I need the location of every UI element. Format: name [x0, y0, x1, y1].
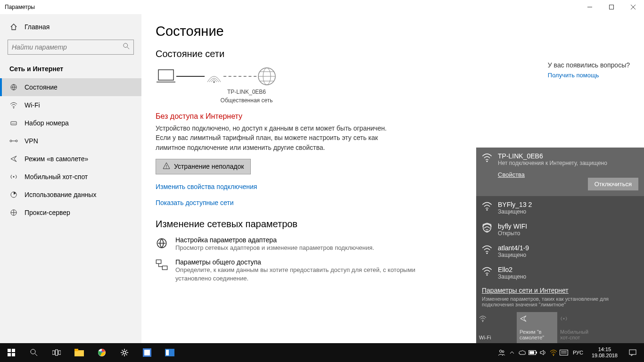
sidebar-item-data-usage[interactable]: Использование данных: [0, 186, 141, 204]
sidebar-item-wifi[interactable]: Wi-Fi: [0, 96, 141, 114]
svg-rect-39: [12, 353, 15, 356]
adapter-settings-link[interactable]: Настройка параметров адаптера Просмотр с…: [156, 236, 420, 252]
status-icon: [9, 83, 18, 91]
svg-point-32: [487, 253, 488, 254]
sidebar: Главная Сеть и Интернет Состояние Wi-Fi …: [0, 14, 141, 343]
network-item[interactable]: Ello2 Защищено: [476, 261, 644, 283]
network-settings-desc: Изменение параметров, таких как установл…: [482, 296, 638, 307]
dialup-icon: [9, 119, 18, 127]
svg-point-49: [123, 351, 126, 354]
svg-point-4: [124, 43, 128, 48]
tray-chevron-up-icon[interactable]: [508, 348, 516, 357]
tray-language[interactable]: РУС: [570, 343, 586, 362]
sidebar-item-status[interactable]: Состояние: [0, 78, 141, 96]
page-title: Состояние: [156, 24, 630, 39]
close-button[interactable]: [622, 0, 644, 14]
network-status: Защищено: [498, 273, 638, 280]
search-button[interactable]: [23, 343, 45, 362]
network-status: Нет подключения к Интернету, защищено: [498, 160, 638, 166]
task-view-button[interactable]: [45, 343, 68, 362]
sidebar-item-vpn[interactable]: VPN: [0, 132, 141, 150]
home-link[interactable]: Главная: [0, 19, 141, 35]
search-box[interactable]: [8, 40, 134, 55]
tray-network-icon[interactable]: [549, 348, 558, 357]
svg-rect-27: [156, 260, 161, 264]
svg-rect-36: [8, 349, 11, 352]
tray-battery-icon[interactable]: [528, 348, 537, 357]
network-settings-link[interactable]: Параметры сети и Интернет: [482, 287, 638, 294]
svg-point-54: [499, 350, 502, 353]
taskbar-chrome[interactable]: [91, 343, 113, 362]
troubleshoot-button[interactable]: Устранение неполадок: [156, 159, 251, 174]
airplane-icon: [9, 155, 18, 163]
svg-rect-18: [158, 70, 173, 80]
maximize-button[interactable]: [601, 0, 622, 14]
svg-point-30: [487, 209, 488, 211]
svg-rect-28: [162, 266, 167, 270]
taskbar-settings[interactable]: [113, 343, 136, 362]
svg-point-33: [487, 274, 488, 276]
data-icon: [9, 190, 18, 199]
tray-people-icon[interactable]: [497, 348, 506, 357]
search-input[interactable]: [12, 43, 123, 51]
network-properties-link[interactable]: Свойства: [498, 171, 525, 178]
sidebar-item-hotspot[interactable]: Мобильный хот-спот: [0, 168, 141, 186]
svg-rect-38: [8, 353, 11, 356]
network-status: Открыто: [498, 230, 638, 237]
tile-label: Мобильный хот-спот: [560, 329, 595, 340]
disconnect-button[interactable]: Отключиться: [588, 178, 638, 190]
diagram-network-type: Общественная сеть: [201, 97, 292, 104]
network-item-selected[interactable]: TP-LINK_0EB6 Нет подключения к Интернету…: [476, 148, 644, 171]
wifi-icon: [9, 101, 18, 109]
minimize-button[interactable]: [579, 0, 601, 14]
network-item[interactable]: BYFly_13 2 Защищено: [476, 196, 644, 218]
flyout-tile-airplane[interactable]: Режим "в самолете": [517, 312, 557, 343]
svg-rect-44: [58, 351, 61, 354]
start-button[interactable]: [0, 343, 23, 362]
tray-onedrive-icon[interactable]: [518, 348, 527, 357]
tray-action-center[interactable]: [623, 343, 642, 362]
sharing-settings-link[interactable]: Параметры общего доступа Определите, к к…: [156, 258, 420, 282]
svg-point-10: [13, 123, 14, 124]
system-tray: РУС 14:15 19.08.2018: [497, 343, 644, 362]
tray-keyboard-icon[interactable]: [560, 348, 568, 357]
sharing-title: Параметры общего доступа: [175, 258, 420, 266]
svg-point-15: [13, 176, 15, 178]
svg-point-40: [31, 349, 35, 354]
network-name: TP-LINK_0EB6: [498, 152, 638, 160]
svg-point-11: [15, 123, 16, 124]
tray-clock[interactable]: 14:15 19.08.2018: [588, 346, 621, 359]
network-item[interactable]: byfly WIFI Открыто: [476, 218, 644, 239]
sidebar-item-dialup[interactable]: Набор номера: [0, 114, 141, 132]
tile-label: Wi-Fi: [479, 335, 514, 340]
svg-point-29: [487, 161, 488, 162]
tile-label: Режим "в самолете": [520, 329, 554, 340]
sidebar-item-airplane[interactable]: Режим «в самолете»: [0, 150, 141, 168]
get-help-link[interactable]: Получить помощь: [548, 72, 630, 79]
sidebar-item-proxy[interactable]: Прокси-сервер: [0, 204, 141, 222]
warning-icon: [163, 162, 170, 171]
svg-point-59: [553, 355, 554, 356]
svg-point-9: [12, 123, 13, 124]
nav-label: Состояние: [25, 83, 58, 91]
svg-point-31: [487, 231, 488, 232]
svg-rect-43: [56, 350, 58, 355]
svg-line-41: [35, 354, 37, 356]
sharing-icon: [156, 259, 169, 272]
window-title: Параметры: [5, 4, 35, 10]
taskbar-explorer[interactable]: [68, 343, 91, 362]
network-item[interactable]: atlant4/1-9 Защищено: [476, 239, 644, 261]
flyout-tile-wifi[interactable]: Wi-Fi: [476, 312, 517, 343]
no-internet-body: Устройство подключено, но доступ к данны…: [156, 123, 401, 152]
tray-volume-icon[interactable]: [539, 348, 547, 357]
svg-point-12: [10, 140, 12, 142]
svg-point-55: [502, 351, 504, 353]
svg-point-35: [563, 318, 565, 320]
sharing-desc: Определите, к каким данным вы хотите пре…: [175, 266, 420, 282]
no-internet-title: Без доступа к Интернету: [156, 112, 630, 121]
taskbar-app-2[interactable]: [158, 343, 181, 362]
clock-date: 19.08.2018: [592, 353, 618, 359]
diagram-network-name: TP-LINK_0EB6: [201, 89, 292, 95]
taskbar-app-1[interactable]: [136, 343, 158, 362]
flyout-tile-hotspot[interactable]: Мобильный хот-спот: [557, 312, 598, 343]
